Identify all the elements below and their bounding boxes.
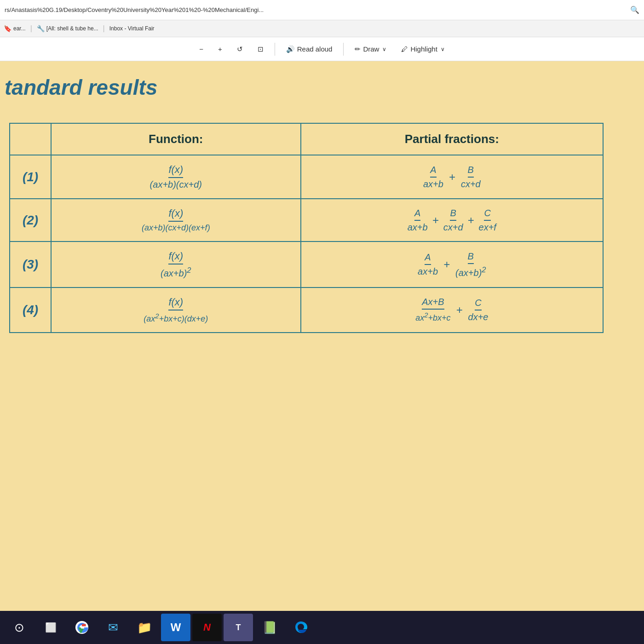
read-aloud-label: Read aloud [297, 45, 333, 53]
zoom-out-icon: − [199, 45, 203, 53]
row-2-num: (2) [10, 199, 51, 242]
netflix-button[interactable]: N [192, 614, 222, 641]
zoom-in-button[interactable]: + [213, 42, 228, 56]
edge-icon [294, 621, 308, 634]
pdf-toolbar: − + ↺ ⊡ 🔊 Read aloud ✏ Draw ∨ 🖊 Highligh… [0, 37, 644, 61]
tab-1[interactable]: 🔖 ear... [4, 25, 26, 32]
tab-3[interactable]: Inbox - Virtual Fair [109, 25, 155, 32]
task-view-icon: ⬜ [45, 622, 57, 633]
math-table-wrapper: Function: Partial fractions: (1) f(x) (a… [9, 123, 604, 333]
row-2-func: f(x) (ax+b)(cx+d)(ex+f) [51, 199, 301, 242]
edge-button[interactable] [286, 614, 316, 641]
address-bar-text: rs/Anastasis%20G.19/Desktop/Coventry%20U… [5, 6, 627, 13]
row-3-func: f(x) (ax+b)2 [51, 242, 301, 288]
highlight-icon: 🖊 [401, 45, 408, 53]
partial-fractions-table: Function: Partial fractions: (1) f(x) (a… [9, 123, 604, 333]
tab-1-icon: 🔖 [4, 25, 12, 32]
draw-icon: ✏ [355, 45, 361, 53]
zoom-search-icon[interactable]: 🔍 [630, 6, 639, 14]
table-header-empty [10, 123, 51, 155]
highlight-button[interactable]: 🖊 Highlight ∨ [396, 42, 450, 56]
table-row: (3) f(x) (ax+b)2 A [10, 242, 603, 288]
netflix-icon: N [203, 621, 211, 633]
table-header-partial: Partial fractions: [301, 123, 603, 155]
divider-2 [343, 43, 344, 56]
read-aloud-icon: 🔊 [286, 45, 295, 53]
file-explorer-button[interactable]: 📁 [130, 614, 159, 641]
windows-search-icon: ⊙ [14, 621, 24, 635]
windows-search-button[interactable]: ⊙ [5, 614, 34, 641]
teams-button[interactable]: T [224, 614, 253, 641]
rotation-icon: ↺ [237, 45, 243, 53]
chrome-button[interactable] [67, 614, 97, 641]
table-row: (2) f(x) (ax+b)(cx+d)(ex+f) A [10, 199, 603, 242]
word-icon: W [171, 621, 181, 634]
word-button[interactable]: W [161, 614, 190, 641]
tab-1-label: ear... [13, 25, 26, 32]
zoom-out-button[interactable]: − [194, 42, 209, 56]
tab-3-label: Inbox - Virtual Fair [109, 25, 155, 32]
mail-icon: ✉ [108, 621, 118, 635]
taskbar: ⊙ ⬜ ✉ 📁 W N T 📗 [0, 611, 644, 644]
reader-button[interactable]: 📗 [255, 614, 284, 641]
row-4-num: (4) [10, 288, 51, 333]
row-4-partial: Ax+B ax2+bx+c + C dx+e [301, 288, 603, 333]
draw-label: Draw [363, 45, 379, 53]
highlight-label: Highlight [410, 45, 437, 53]
tab-2-label: [All: shell & tube he... [46, 25, 98, 32]
row-1-partial: A ax+b + B cx+d [301, 155, 603, 199]
tab-bar: 🔖 ear... | 🔧 [All: shell & tube he... | … [0, 20, 644, 37]
draw-dropdown-icon: ∨ [382, 46, 386, 52]
table-row: (1) f(x) (ax+b)(cx+d) A [10, 155, 603, 199]
divider-1 [275, 43, 275, 56]
page-title: tandard results [5, 75, 157, 100]
rotation-button[interactable]: ↺ [231, 42, 248, 56]
fit-page-icon: ⊡ [258, 45, 264, 53]
draw-button[interactable]: ✏ Draw ∨ [349, 42, 392, 56]
highlight-dropdown-icon: ∨ [441, 46, 445, 52]
file-explorer-icon: 📁 [137, 621, 152, 635]
row-3-num: (3) [10, 242, 51, 288]
teams-icon: T [236, 623, 241, 632]
mail-button[interactable]: ✉ [98, 614, 128, 641]
reader-icon: 📗 [262, 621, 277, 635]
chrome-icon [75, 621, 89, 634]
table-row: (4) f(x) (ax2+bx+c)(dx+e) Ax+B [10, 288, 603, 333]
zoom-in-icon: + [218, 45, 222, 53]
tab-2-icon: 🔧 [37, 25, 45, 32]
table-header-function: Function: [51, 123, 301, 155]
task-view-button[interactable]: ⬜ [36, 614, 65, 641]
row-2-partial: A ax+b + B cx+d + C ex+f [301, 199, 603, 242]
read-aloud-button[interactable]: 🔊 Read aloud [281, 42, 338, 56]
pdf-content-area: tandard results Function: Partial fracti… [0, 61, 644, 611]
tab-2[interactable]: 🔧 [All: shell & tube he... [37, 25, 98, 32]
row-1-func: f(x) (ax+b)(cx+d) [51, 155, 301, 199]
row-4-func: f(x) (ax2+bx+c)(dx+e) [51, 288, 301, 333]
fit-page-button[interactable]: ⊡ [252, 42, 269, 56]
row-1-num: (1) [10, 155, 51, 199]
row-3-partial: A ax+b + B (ax+b)2 [301, 242, 603, 288]
